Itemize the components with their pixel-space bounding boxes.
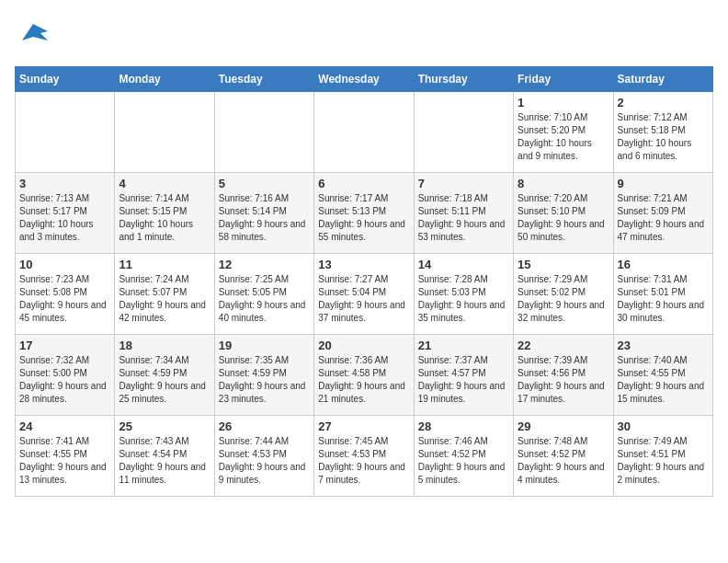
day-number: 14 xyxy=(418,258,509,271)
day-info: Sunrise: 7:41 AM Sunset: 4:55 PM Dayligh… xyxy=(19,435,110,487)
day-info: Sunrise: 7:28 AM Sunset: 5:03 PM Dayligh… xyxy=(418,273,509,325)
day-number: 27 xyxy=(318,419,409,433)
day-info: Sunrise: 7:18 AM Sunset: 5:11 PM Dayligh… xyxy=(418,192,509,244)
calendar-cell: 14Sunrise: 7:28 AM Sunset: 5:03 PM Dayli… xyxy=(414,254,513,335)
calendar-cell: 22Sunrise: 7:39 AM Sunset: 4:56 PM Dayli… xyxy=(514,335,613,416)
day-number: 3 xyxy=(19,177,110,190)
calendar-table: SundayMondayTuesdayWednesdayThursdayFrid… xyxy=(15,66,713,497)
day-info: Sunrise: 7:48 AM Sunset: 4:52 PM Dayligh… xyxy=(518,435,609,487)
calendar-cell: 1Sunrise: 7:10 AM Sunset: 5:20 PM Daylig… xyxy=(514,92,613,173)
day-info: Sunrise: 7:49 AM Sunset: 4:51 PM Dayligh… xyxy=(618,435,709,487)
header xyxy=(15,15,713,55)
day-header-wednesday: Wednesday xyxy=(314,67,414,92)
svg-marker-0 xyxy=(22,24,48,40)
calendar-cell: 17Sunrise: 7:32 AM Sunset: 5:00 PM Dayli… xyxy=(16,335,115,416)
calendar-cell xyxy=(214,92,313,173)
day-info: Sunrise: 7:43 AM Sunset: 4:54 PM Dayligh… xyxy=(119,435,210,487)
day-number: 16 xyxy=(618,258,709,271)
day-info: Sunrise: 7:32 AM Sunset: 5:00 PM Dayligh… xyxy=(19,354,110,406)
day-number: 1 xyxy=(518,96,609,109)
day-number: 22 xyxy=(518,339,609,352)
calendar-cell: 13Sunrise: 7:27 AM Sunset: 5:04 PM Dayli… xyxy=(314,254,414,335)
calendar-cell xyxy=(115,92,214,173)
calendar-header-row: SundayMondayTuesdayWednesdayThursdayFrid… xyxy=(16,67,713,92)
calendar-cell: 20Sunrise: 7:36 AM Sunset: 4:58 PM Dayli… xyxy=(314,335,414,416)
calendar-cell: 29Sunrise: 7:48 AM Sunset: 4:52 PM Dayli… xyxy=(514,416,613,497)
day-info: Sunrise: 7:21 AM Sunset: 5:09 PM Dayligh… xyxy=(618,192,709,244)
calendar-cell: 16Sunrise: 7:31 AM Sunset: 5:01 PM Dayli… xyxy=(613,254,712,335)
week-row-1: 3Sunrise: 7:13 AM Sunset: 5:17 PM Daylig… xyxy=(16,173,713,254)
day-info: Sunrise: 7:27 AM Sunset: 5:04 PM Dayligh… xyxy=(318,273,409,325)
day-info: Sunrise: 7:39 AM Sunset: 4:56 PM Dayligh… xyxy=(518,354,609,406)
day-info: Sunrise: 7:13 AM Sunset: 5:17 PM Dayligh… xyxy=(19,192,110,244)
day-number: 24 xyxy=(19,419,110,433)
calendar-cell: 19Sunrise: 7:35 AM Sunset: 4:59 PM Dayli… xyxy=(214,335,313,416)
day-number: 2 xyxy=(618,96,709,109)
week-row-3: 17Sunrise: 7:32 AM Sunset: 5:00 PM Dayli… xyxy=(16,335,713,416)
day-header-friday: Friday xyxy=(514,67,613,92)
logo xyxy=(15,15,59,55)
week-row-0: 1Sunrise: 7:10 AM Sunset: 5:20 PM Daylig… xyxy=(16,92,713,173)
calendar-cell: 6Sunrise: 7:17 AM Sunset: 5:13 PM Daylig… xyxy=(314,173,414,254)
calendar-cell xyxy=(314,92,414,173)
day-info: Sunrise: 7:23 AM Sunset: 5:08 PM Dayligh… xyxy=(19,273,110,325)
calendar-cell: 24Sunrise: 7:41 AM Sunset: 4:55 PM Dayli… xyxy=(16,416,115,497)
calendar-cell: 15Sunrise: 7:29 AM Sunset: 5:02 PM Dayli… xyxy=(514,254,613,335)
day-number: 23 xyxy=(618,339,709,352)
calendar-cell: 10Sunrise: 7:23 AM Sunset: 5:08 PM Dayli… xyxy=(16,254,115,335)
day-number: 17 xyxy=(19,339,110,352)
day-number: 11 xyxy=(119,258,210,271)
calendar-cell: 4Sunrise: 7:14 AM Sunset: 5:15 PM Daylig… xyxy=(115,173,214,254)
calendar-cell: 21Sunrise: 7:37 AM Sunset: 4:57 PM Dayli… xyxy=(414,335,513,416)
day-info: Sunrise: 7:44 AM Sunset: 4:53 PM Dayligh… xyxy=(219,435,310,487)
day-info: Sunrise: 7:34 AM Sunset: 4:59 PM Dayligh… xyxy=(119,354,210,406)
day-number: 29 xyxy=(518,419,609,433)
day-number: 15 xyxy=(518,258,609,271)
day-info: Sunrise: 7:46 AM Sunset: 4:52 PM Dayligh… xyxy=(418,435,509,487)
day-number: 13 xyxy=(318,258,409,271)
day-number: 26 xyxy=(219,419,310,433)
day-header-thursday: Thursday xyxy=(414,67,513,92)
day-info: Sunrise: 7:40 AM Sunset: 4:55 PM Dayligh… xyxy=(618,354,709,406)
day-number: 5 xyxy=(219,177,310,190)
day-number: 8 xyxy=(518,177,609,190)
calendar-cell: 30Sunrise: 7:49 AM Sunset: 4:51 PM Dayli… xyxy=(613,416,712,497)
day-number: 30 xyxy=(618,419,709,433)
day-info: Sunrise: 7:24 AM Sunset: 5:07 PM Dayligh… xyxy=(119,273,210,325)
day-info: Sunrise: 7:14 AM Sunset: 5:15 PM Dayligh… xyxy=(119,192,210,244)
calendar-cell xyxy=(414,92,513,173)
calendar-cell: 27Sunrise: 7:45 AM Sunset: 4:53 PM Dayli… xyxy=(314,416,414,497)
week-row-2: 10Sunrise: 7:23 AM Sunset: 5:08 PM Dayli… xyxy=(16,254,713,335)
calendar-cell: 11Sunrise: 7:24 AM Sunset: 5:07 PM Dayli… xyxy=(115,254,214,335)
calendar-cell: 18Sunrise: 7:34 AM Sunset: 4:59 PM Dayli… xyxy=(115,335,214,416)
day-number: 25 xyxy=(119,419,210,433)
week-row-4: 24Sunrise: 7:41 AM Sunset: 4:55 PM Dayli… xyxy=(16,416,713,497)
calendar-cell: 5Sunrise: 7:16 AM Sunset: 5:14 PM Daylig… xyxy=(214,173,313,254)
calendar-cell: 2Sunrise: 7:12 AM Sunset: 5:18 PM Daylig… xyxy=(613,92,712,173)
calendar-cell: 26Sunrise: 7:44 AM Sunset: 4:53 PM Dayli… xyxy=(214,416,313,497)
calendar-cell: 28Sunrise: 7:46 AM Sunset: 4:52 PM Dayli… xyxy=(414,416,513,497)
day-number: 18 xyxy=(119,339,210,352)
day-info: Sunrise: 7:31 AM Sunset: 5:01 PM Dayligh… xyxy=(618,273,709,325)
day-header-sunday: Sunday xyxy=(16,67,115,92)
calendar-cell: 3Sunrise: 7:13 AM Sunset: 5:17 PM Daylig… xyxy=(16,173,115,254)
day-info: Sunrise: 7:17 AM Sunset: 5:13 PM Dayligh… xyxy=(318,192,409,244)
day-info: Sunrise: 7:29 AM Sunset: 5:02 PM Dayligh… xyxy=(518,273,609,325)
calendar-cell: 23Sunrise: 7:40 AM Sunset: 4:55 PM Dayli… xyxy=(613,335,712,416)
day-number: 7 xyxy=(418,177,509,190)
calendar-cell: 9Sunrise: 7:21 AM Sunset: 5:09 PM Daylig… xyxy=(613,173,712,254)
day-info: Sunrise: 7:16 AM Sunset: 5:14 PM Dayligh… xyxy=(219,192,310,244)
day-header-tuesday: Tuesday xyxy=(214,67,313,92)
calendar-cell: 25Sunrise: 7:43 AM Sunset: 4:54 PM Dayli… xyxy=(115,416,214,497)
day-number: 28 xyxy=(418,419,509,433)
day-number: 4 xyxy=(119,177,210,190)
day-number: 6 xyxy=(318,177,409,190)
day-number: 12 xyxy=(219,258,310,271)
day-info: Sunrise: 7:25 AM Sunset: 5:05 PM Dayligh… xyxy=(219,273,310,325)
day-number: 10 xyxy=(19,258,110,271)
calendar-cell: 12Sunrise: 7:25 AM Sunset: 5:05 PM Dayli… xyxy=(214,254,313,335)
calendar-cell xyxy=(16,92,115,173)
day-header-saturday: Saturday xyxy=(613,67,712,92)
day-info: Sunrise: 7:12 AM Sunset: 5:18 PM Dayligh… xyxy=(618,111,709,163)
day-number: 9 xyxy=(618,177,709,190)
